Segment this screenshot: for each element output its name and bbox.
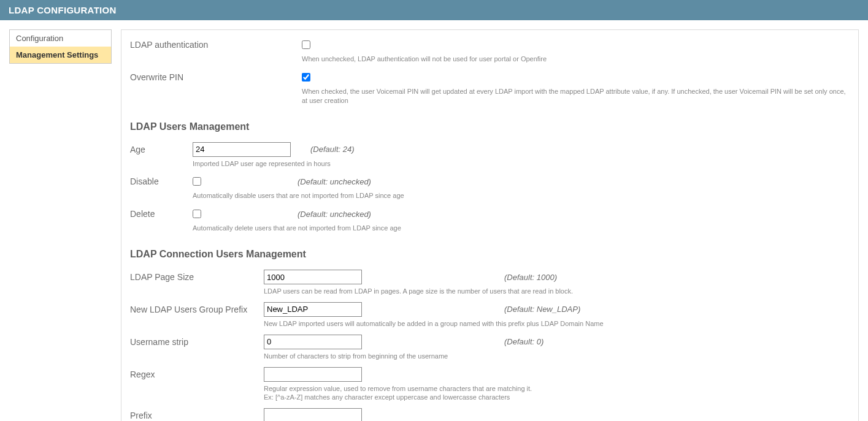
users-mgmt-title: LDAP Users Management <box>130 121 850 132</box>
age-default: (Default: 24) <box>310 145 355 154</box>
username-strip-default: (Default: 0) <box>504 337 543 346</box>
group-prefix-default: (Default: New_LDAP) <box>504 305 580 314</box>
page-header: LDAP CONFIGURATION <box>0 0 868 20</box>
disable-default: (Default: unchecked) <box>298 177 371 186</box>
page-size-input[interactable] <box>264 270 362 284</box>
conn-mgmt-title: LDAP Connection Users Management <box>130 249 850 260</box>
overwrite-pin-label: Overwrite PIN <box>130 70 302 85</box>
page-size-default: (Default: 1000) <box>504 273 557 282</box>
regex-input[interactable] <box>264 367 362 382</box>
sidebar: Configuration Management Settings <box>9 29 112 64</box>
ldap-auth-help: When unchecked, LDAP authentication will… <box>302 53 850 69</box>
delete-help: Automatically delete users that are not … <box>193 222 850 238</box>
username-strip-label: Username strip <box>130 335 264 349</box>
overwrite-pin-help: When checked, the user Voicemail PIN wil… <box>302 86 850 110</box>
delete-default: (Default: unchecked) <box>298 210 371 219</box>
age-label: Age <box>130 142 193 157</box>
age-help: Imported LDAP user age represented in ho… <box>193 158 850 173</box>
disable-help: Automatically disable users that are not… <box>193 190 850 205</box>
group-prefix-label: New LDAP Users Group Prefix <box>130 302 264 317</box>
main-panel: LDAP authentication When unchecked, LDAP… <box>121 29 859 421</box>
delete-label: Delete <box>130 207 193 221</box>
sidebar-item-management-settings[interactable]: Management Settings <box>10 47 111 63</box>
group-prefix-help: New LDAP imported users will automatical… <box>264 318 850 333</box>
prefix-input[interactable] <box>264 408 362 421</box>
disable-label: Disable <box>130 174 193 189</box>
group-prefix-input[interactable] <box>264 302 362 317</box>
page-title: LDAP CONFIGURATION <box>9 5 117 15</box>
overwrite-pin-checkbox[interactable] <box>302 73 310 82</box>
page-size-help: LDAP users can be read from LDAP in page… <box>264 286 850 301</box>
ldap-auth-label: LDAP authentication <box>130 37 302 52</box>
age-input[interactable] <box>193 142 291 157</box>
sidebar-item-label: Management Settings <box>16 50 98 59</box>
ldap-auth-checkbox[interactable] <box>302 40 310 49</box>
delete-checkbox[interactable] <box>193 210 201 218</box>
page-size-label: LDAP Page Size <box>130 270 264 284</box>
sidebar-item-configuration[interactable]: Configuration <box>10 30 111 47</box>
regex-help: Regular expression value, used to remove… <box>264 383 850 408</box>
username-strip-input[interactable] <box>264 335 362 349</box>
disable-checkbox[interactable] <box>193 177 201 186</box>
prefix-label: Prefix <box>130 408 264 421</box>
username-strip-help: Number of characters to strip from begin… <box>264 351 850 366</box>
sidebar-item-label: Configuration <box>16 34 63 43</box>
regex-label: Regex <box>130 367 264 382</box>
